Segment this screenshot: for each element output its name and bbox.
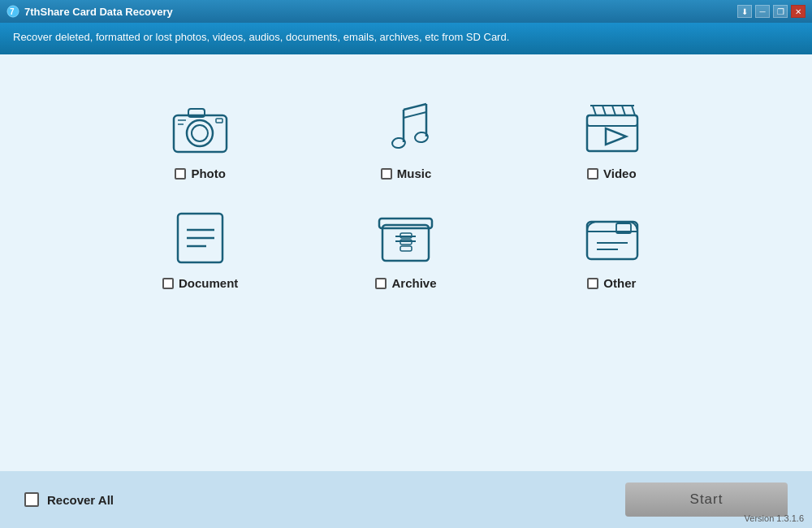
music-label: Music [397,167,432,180]
file-type-photo[interactable]: Photo [114,95,287,180]
svg-text:7: 7 [10,7,15,16]
video-label: Video [603,167,637,180]
svg-line-21 [632,106,635,115]
file-type-other[interactable]: Other [525,205,698,290]
titlebar-buttons: ⬇ ─ ❐ ✕ [737,5,806,18]
download-button[interactable]: ⬇ [737,5,752,18]
titlebar: 7 7thShare Card Data Recovery ⬇ ─ ❐ ✕ [0,0,812,23]
close-button[interactable]: ✕ [791,5,806,18]
document-checkbox[interactable] [162,278,174,289]
other-icon [575,205,648,270]
archive-label-row: Archive [375,276,436,290]
music-label-row: Music [381,167,432,180]
photo-label: Photo [191,167,226,180]
recover-all-checkbox[interactable] [24,492,39,507]
svg-line-18 [603,106,606,115]
other-checkbox[interactable] [587,278,598,289]
recover-all-label[interactable]: Recover All [47,493,114,507]
file-types-grid: Photo [114,79,698,290]
svg-rect-15 [587,115,637,151]
titlebar-left: 7 7thShare Card Data Recovery [6,5,173,18]
photo-checkbox[interactable] [175,168,186,180]
music-checkbox[interactable] [381,168,392,180]
svg-line-20 [622,106,625,115]
archive-label: Archive [391,276,436,290]
video-checkbox[interactable] [587,168,598,180]
video-icon [575,95,648,160]
app-logo-icon: 7 [6,5,19,18]
minimize-button[interactable]: ─ [755,5,770,18]
svg-rect-29 [379,219,432,228]
file-type-document[interactable]: Document [114,205,287,290]
file-type-music[interactable]: Music [319,95,492,180]
svg-rect-16 [587,115,637,126]
svg-rect-34 [400,246,412,251]
other-label: Other [603,276,636,290]
bottom-bar: Recover All Start [0,471,812,528]
svg-line-12 [404,112,426,118]
header: Recover deleted, formatted or lost photo… [0,23,812,54]
version-text: Version 1.3.1.6 [745,513,804,523]
svg-point-10 [392,136,407,149]
video-label-row: Video [587,167,637,180]
document-label-row: Document [162,276,238,290]
music-icon [369,95,443,160]
svg-line-11 [404,104,426,110]
document-icon [164,205,237,270]
svg-point-14 [415,131,430,143]
archive-checkbox[interactable] [375,278,387,289]
svg-marker-23 [606,128,626,145]
start-button[interactable]: Start [625,483,788,517]
svg-line-17 [593,106,596,115]
svg-line-19 [612,106,615,115]
file-type-archive[interactable]: Archive [319,205,492,290]
main-content: Photo [0,54,812,461]
photo-label-row: Photo [175,167,226,180]
document-label: Document [179,276,238,290]
recover-all-row: Recover All [24,492,114,507]
svg-rect-28 [382,225,429,261]
file-type-video[interactable]: Video [525,95,698,180]
svg-point-5 [192,125,208,141]
svg-rect-6 [216,119,222,123]
other-label-row: Other [587,276,636,290]
app-title: 7thShare Card Data Recovery [24,6,173,18]
restore-button[interactable]: ❐ [773,5,788,18]
svg-point-4 [187,120,213,146]
subtitle-text: Recover deleted, formatted or lost photo… [13,31,799,43]
svg-rect-35 [587,222,637,259]
archive-icon [369,205,443,270]
photo-icon [164,95,237,160]
